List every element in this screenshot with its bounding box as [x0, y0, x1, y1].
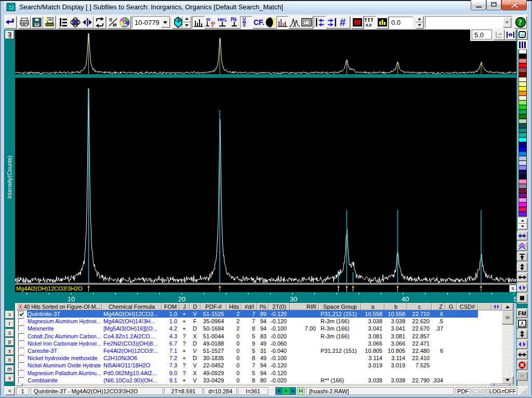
- svg-text:FM: FM: [518, 310, 526, 317]
- svg-text:0.0: 0.0: [366, 23, 372, 28]
- svg-text:S: S: [109, 17, 112, 22]
- svg-text:M: M: [113, 22, 117, 28]
- svg-text:I%: I%: [231, 17, 237, 22]
- svg-text:ID: ID: [206, 17, 210, 22]
- svg-text:#: #: [340, 17, 345, 28]
- svg-text:?: ?: [518, 19, 522, 26]
- svg-text:HKL: HKL: [218, 17, 228, 22]
- svg-text:ID: ID: [211, 21, 215, 25]
- svg-text:CF.: CF.: [254, 18, 264, 26]
